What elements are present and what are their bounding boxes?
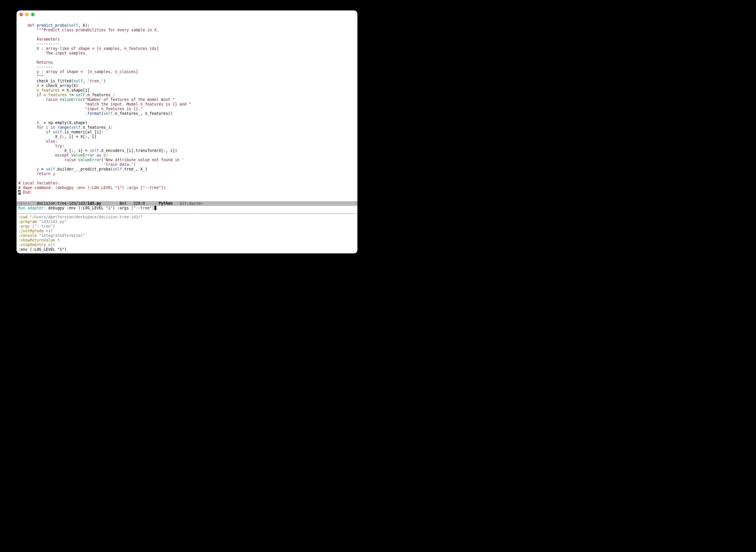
cfg-key-stoponentry: :stopOnEntry [18,243,48,247]
code-editor[interactable]: def predict_proba(self, X): """Predict c… [16,19,357,201]
comment-local-vars: # Local Variables: [18,181,60,185]
position-indicator: Bot 228:0 [119,201,145,205]
mode-line: -:--- decision-tree-id3/id3/id3.py Bot 2… [16,201,357,206]
cfg-key-cwd: :cwd [18,215,30,219]
comment-dape-command: # dape-command: (debugpy :env (:LOG_LEVE… [18,185,166,190]
cfg-key-args: :args [18,224,32,229]
cfg-key-env: :env [18,247,30,252]
cfg-key-justmycode: :justMyCode [18,229,46,233]
cfg-key-showreturn: :showReturnValue [18,238,58,242]
cfg-key-program: :program [18,220,39,224]
cursor: # [18,190,21,194]
minibuffer-prompt: Run adapter: [18,206,48,210]
editor-window: def predict_proba(self, X): """Predict c… [16,10,357,253]
minimize-icon[interactable] [25,13,29,16]
window-titlebar [16,10,357,19]
docstring: """Predict class probabilities for every… [37,28,159,32]
dape-config-panel: :cwd "/Users/dpettersson/Workspace/decis… [16,214,357,252]
buffer-name: id3.py [87,201,101,205]
func-name: predict_proba [37,23,67,27]
keyword-def: def [27,23,37,27]
scrollbar[interactable] [355,19,357,205]
minibuffer[interactable]: Run adapter: debugpy :env (:LOG_LEVEL "1… [16,206,357,211]
minibuffer-cursor [154,206,157,210]
zoom-icon[interactable] [31,13,34,16]
major-mode: Python [159,201,173,205]
vc-status: Git:master [180,201,203,205]
cfg-key-console: :console [18,233,39,238]
close-icon[interactable] [19,13,23,16]
